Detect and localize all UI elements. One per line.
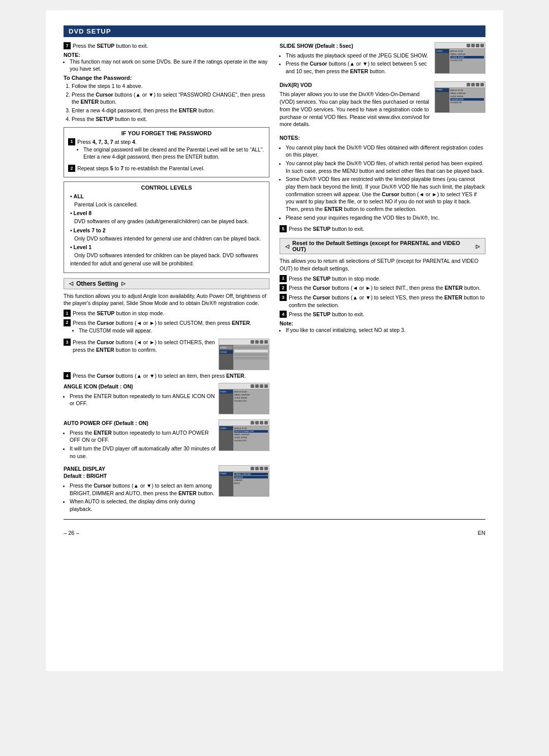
t-icon-3 [260, 340, 263, 344]
right-step5: 5 Press the SETUP button to exit. [280, 225, 485, 233]
note-vod-3: Some DivX® VOD files are restricted with… [286, 175, 485, 213]
thumb-ap-body: OTHERS ANGLE ICON AUTO POWER OFF PANEL D… [219, 426, 269, 450]
thumbnail-panel: OTHERS PANEL DISPLAY BRIGHT DIMMER AUTO [219, 465, 269, 497]
forget-step2-num: 2 [68, 165, 75, 172]
change-password-title: To Change the Password: [64, 75, 269, 81]
t-pd2 [255, 467, 259, 470]
t-dv-row1: OTHERS [436, 88, 449, 92]
others-step1-content: Press the SETUP button in stop mode. [73, 310, 269, 317]
panel-display-section: PANEL DISPLAYDefault : BRIGHT Press the … [64, 465, 269, 515]
left-column: 7 Press the SETUP button to exit. NOTE: … [64, 42, 269, 515]
divxr-title: DivX(R) VOD [280, 81, 432, 89]
step7: 7 Press the SETUP button to exit. [64, 42, 269, 50]
angle-icon-title: ANGLE ICON (Default : ON) [64, 383, 216, 390]
t-dv1 [467, 83, 470, 86]
thumb-ss-left: OTHERS [435, 49, 449, 73]
thumb-ss-top [435, 43, 485, 49]
footer-divider [64, 519, 485, 520]
thumbnail-slideshow: OTHERS ANGLE ICON PANEL DISPLAY SLIDE SH… [435, 42, 485, 74]
reset-step1-content: Press the SETUP button in stop mode. [289, 275, 485, 283]
t-pd4 [264, 467, 268, 470]
t-ap3 [260, 421, 263, 425]
t-icon-4 [264, 340, 268, 344]
thumb-body: OTHERS CUSTOM [219, 345, 269, 370]
page-footer: – 26 – EN [64, 530, 485, 536]
panel-display-title: PANEL DISPLAYDefault : BRIGHT [64, 465, 216, 480]
t-angle-row1: OTHERS [220, 390, 233, 394]
control-levels-box: CONTROL LEVELS • ALLParental Lock is can… [64, 182, 269, 273]
page-title: DVD SETUP [69, 27, 111, 35]
thumb-angle-right: ANGLE ICON PANEL DISPLAY SLIDE SHOW DivX… [233, 389, 269, 414]
thumbnail-autopower: OTHERS ANGLE ICON AUTO POWER OFF PANEL D… [219, 419, 269, 451]
cp-step-2: Press the Cursor buttons (▲ or ▼) to sel… [72, 91, 269, 106]
others-step2-num: 2 [64, 319, 71, 326]
t-ss2 [471, 44, 475, 47]
t-row-1: OTHERS [220, 346, 233, 349]
angle-icon-section: ANGLE ICON (Default : ON) Press the ENTE… [64, 383, 269, 416]
panel-display-bullet-1: Press the Cursor buttons (▲ or ▼) to sel… [70, 482, 216, 497]
thumbnail-divxr: OTHERS ANGLE ICON PANEL DISPLAY SLIDE SH… [435, 81, 485, 113]
divxr-vod-section: DivX(R) VOD This player allows you to us… [280, 81, 485, 130]
thumb-ss-right: ANGLE ICON PANEL DISPLAY SLIDE SHOW DivX… [449, 49, 485, 73]
auto-power-row: AUTO POWER OFF (Default : ON) Press the … [64, 419, 269, 462]
thumb-angle-left: OTHERS [219, 389, 233, 414]
thumb-ss-body: OTHERS ANGLE ICON PANEL DISPLAY SLIDE SH… [435, 49, 485, 73]
auto-power-bullet-2: It will turn the DVD player off automati… [70, 445, 216, 460]
slide-show-title: SLIDE SHOW (Default : 5sec) [280, 42, 432, 50]
thumb-angle-top [219, 383, 269, 389]
slide-show-section: SLIDE SHOW (Default : 5sec) This adjusts… [280, 42, 485, 77]
reset-title: Reset to the Default Settings (except fo… [292, 240, 473, 252]
change-password-section: To Change the Password: Follow the steps… [64, 75, 269, 123]
reset-step4: 4 Press the SETUP button to exit. [280, 311, 485, 318]
note-vod-4: Please send your inquiries regarding the… [286, 214, 485, 222]
t-dv4 [480, 83, 484, 86]
forget-password-box: IF YOU FORGET THE PASSWORD 1 Press 4, 7,… [64, 127, 269, 177]
thumb-dv-body: OTHERS ANGLE ICON PANEL DISPLAY SLIDE SH… [435, 88, 485, 112]
t-content-2 [234, 350, 268, 352]
cp-step-4: Press the SETUP button to exit. [72, 115, 269, 123]
thumb-dv-right: ANGLE ICON PANEL DISPLAY SLIDE SHOW DivX… [449, 88, 485, 112]
thumb-pd-right: PANEL DISPLAY BRIGHT DIMMER AUTO [233, 472, 269, 496]
t-dv3 [476, 83, 479, 86]
reset-intro: This allows you to return all selections… [280, 257, 485, 272]
t-content-3 [234, 353, 268, 356]
levels-7-2: • Levels 7 to 2Only DVD softwares intend… [70, 227, 265, 243]
forget-step1-num: 1 [68, 138, 75, 145]
section-header: DVD SETUP [64, 25, 485, 37]
reset-step3: 3 Press the Cursor buttons (▲ or ▼) to s… [280, 294, 485, 309]
reset-step3-content: Press the Cursor buttons (▲ or ▼) to sel… [289, 294, 485, 309]
reset-section: Reset to the Default Settings (except fo… [280, 238, 485, 334]
forget-box-title: IF YOU FORGET THE PASSWORD [68, 130, 265, 136]
t-a1 [251, 384, 254, 388]
thumb-angle-body: OTHERS ANGLE ICON PANEL DISPLAY SLIDE SH… [219, 389, 269, 414]
step7-num: 7 [64, 42, 71, 49]
others-step1-num: 1 [64, 310, 71, 317]
t-ss-row1: OTHERS [436, 49, 449, 53]
t-a3 [260, 384, 263, 388]
auto-power-bullet-1: Press the ENTER button repeatedly to tur… [70, 429, 216, 444]
panel-display-bullet-2: When AUTO is selected, the display dims … [70, 498, 216, 512]
right-step5-num: 5 [280, 225, 287, 232]
others-note-custom: The CUSTOM mode will appear. [79, 327, 269, 335]
t-ap4 [264, 421, 268, 425]
divxr-text: This player allows you to use the DivX® … [280, 90, 432, 128]
t-icon-2 [255, 340, 259, 344]
auto-power-title: AUTO POWER OFF (Default : ON) [64, 419, 216, 427]
thumbnail-others: OTHERS CUSTOM [219, 339, 269, 370]
t-ss1 [467, 44, 470, 47]
forget-note: The original password will be cleared an… [83, 146, 265, 161]
others-header: Others Setting [64, 278, 269, 289]
t-dv2 [471, 83, 475, 86]
t-a4 [264, 384, 268, 388]
others-step3-row: 3 Press the Cursor buttons (◄ or ►) to s… [64, 339, 269, 372]
note-item: This function may not work on some DVDs.… [70, 58, 269, 73]
t-icon-1 [251, 340, 254, 344]
t-ap1 [251, 421, 254, 425]
note-label: NOTE: [64, 52, 80, 58]
reset-step4-num: 4 [280, 311, 287, 318]
t-row-2: CUSTOM [220, 350, 233, 354]
t-ap-row1: OTHERS [220, 427, 233, 430]
notes-section: NOTES: You cannot play back the DivX® VO… [280, 134, 485, 222]
others-step4-num: 4 [64, 372, 71, 379]
reset-note-item: If you like to cancel initializing, sele… [286, 326, 485, 334]
